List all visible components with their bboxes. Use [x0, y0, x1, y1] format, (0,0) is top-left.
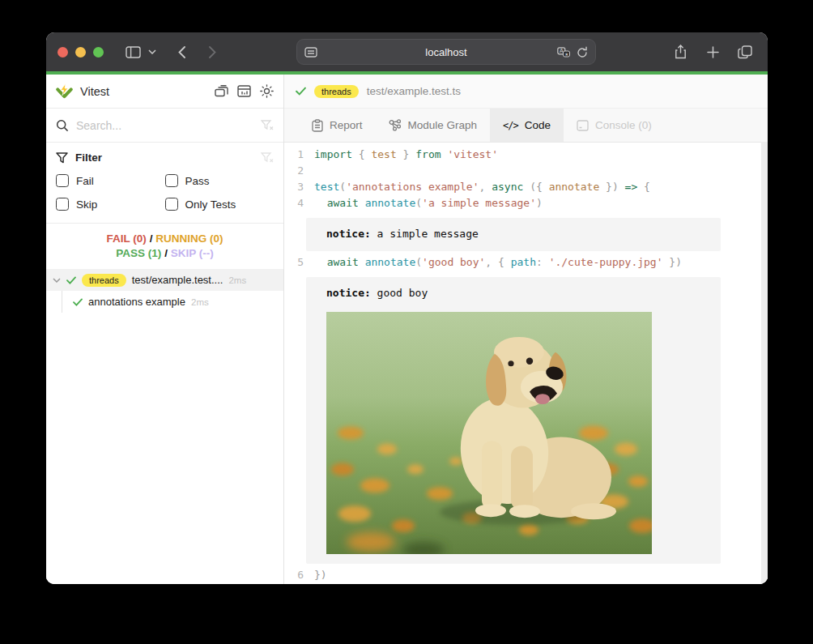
search-bar[interactable]: Search... — [46, 109, 283, 143]
translate-icon[interactable]: A ★ — [557, 47, 570, 58]
skip-count: SKIP (--) — [171, 247, 214, 259]
module-graph-icon — [389, 119, 402, 131]
check-icon — [296, 87, 306, 96]
tab-module-graph[interactable]: Module Graph — [376, 109, 491, 142]
run-status-summary: FAIL (0) / RUNNING (0) PASS (1) / SKIP (… — [46, 224, 283, 267]
pass-count: PASS (1) — [116, 247, 161, 259]
line-number: 4 — [284, 195, 304, 211]
code-line: 7 — [284, 583, 768, 584]
test-file-name: test/example.test.... — [132, 274, 223, 286]
notice-text: a simple message — [371, 228, 479, 240]
sidebar-header: Vitest — [46, 75, 283, 109]
code-line: 3test('annotations example', async ({ an… — [284, 179, 768, 195]
test-file-row[interactable]: threads test/example.test.... 2ms — [46, 269, 283, 291]
tab-overview-icon[interactable] — [734, 41, 756, 63]
collapse-windows-icon[interactable] — [215, 85, 228, 97]
tab-report[interactable]: Report — [299, 109, 376, 142]
test-duration: 2ms — [228, 275, 246, 285]
sidebar-toggle-icon[interactable] — [121, 41, 144, 63]
code-line: 6}) — [284, 567, 768, 583]
notice-label: notice: — [326, 228, 371, 240]
vitest-logo-icon — [56, 83, 73, 100]
checkbox[interactable] — [56, 174, 69, 187]
new-tab-icon[interactable] — [701, 41, 724, 63]
running-count: RUNNING (0) — [155, 232, 223, 245]
search-icon — [56, 119, 69, 132]
code-line: 1import { test } from 'vitest' — [284, 147, 768, 163]
svg-text:★: ★ — [564, 51, 568, 56]
filter-section: Filter Fail Pass Skip Only Tests — [46, 143, 283, 224]
chevron-down-icon[interactable] — [53, 278, 61, 283]
zoom-window-button[interactable] — [93, 47, 104, 58]
code-icon: </> — [503, 120, 518, 131]
tab-code[interactable]: </> Code — [490, 109, 564, 142]
test-duration: 2ms — [191, 297, 209, 307]
filter-checkbox-fail[interactable]: Fail — [56, 174, 165, 187]
file-header: threads test/example.test.ts — [284, 75, 768, 109]
test-case-name: annotations example — [88, 296, 185, 308]
theme-toggle-sun-icon[interactable] — [260, 84, 274, 98]
share-icon[interactable] — [669, 41, 692, 63]
code-view[interactable]: 1import { test } from 'vitest'23test('an… — [284, 143, 768, 584]
tab-console[interactable]: Console (0) — [564, 109, 665, 142]
dashboard-icon[interactable] — [237, 85, 251, 97]
code-line: 2 — [284, 163, 768, 179]
test-case-row[interactable]: annotations example 2ms — [62, 291, 283, 313]
console-icon — [577, 120, 589, 131]
browser-toolbar: localhost A ★ — [46, 32, 768, 71]
app-title: Vitest — [80, 85, 109, 98]
line-number: 3 — [284, 179, 304, 195]
browser-window: localhost A ★ — [46, 32, 768, 584]
check-icon — [66, 276, 76, 284]
page-settings-icon[interactable] — [304, 47, 317, 58]
notice-text: good boy — [371, 287, 428, 299]
pool-badge: threads — [82, 274, 126, 287]
cute-puppy-photo — [326, 312, 652, 554]
filter-label: Filter — [75, 151, 102, 164]
test-tree: threads test/example.test.... 2ms annota… — [46, 269, 283, 313]
checkbox[interactable] — [56, 198, 69, 211]
funnel-icon — [56, 152, 68, 164]
fail-count: FAIL (0) — [107, 232, 147, 245]
checkbox[interactable] — [165, 174, 178, 187]
line-number: 7 — [284, 583, 304, 584]
notice-label: notice: — [326, 287, 371, 299]
url-text: localhost — [297, 46, 595, 58]
filter-checkbox-pass[interactable]: Pass — [165, 174, 275, 187]
forward-icon[interactable] — [201, 41, 223, 63]
file-path: test/example.test.ts — [367, 85, 461, 97]
chevron-down-icon[interactable] — [144, 41, 160, 63]
code-line: 5 await annotate('good boy', { path: './… — [284, 254, 768, 271]
sidebar: Vitest — [46, 75, 284, 584]
back-icon[interactable] — [170, 41, 193, 63]
code-line: 4 await annotate('a simple message') — [284, 195, 768, 211]
check-icon — [73, 298, 83, 306]
annotation-notice: notice: good boy — [306, 277, 721, 564]
line-number: 6 — [284, 567, 304, 583]
checkbox[interactable] — [165, 198, 178, 211]
close-window-button[interactable] — [57, 47, 68, 58]
line-number: 1 — [284, 147, 304, 163]
line-number: 5 — [284, 254, 304, 271]
traffic-lights — [57, 47, 104, 58]
pool-badge: threads — [314, 85, 359, 98]
main-panel: threads test/example.test.ts Report — [284, 75, 768, 584]
minimize-window-button[interactable] — [75, 47, 86, 58]
report-icon — [312, 119, 323, 132]
clear-filter-icon[interactable] — [261, 152, 274, 164]
search-input[interactable]: Search... — [76, 119, 121, 132]
scrollbar[interactable] — [761, 142, 768, 584]
filter-checkbox-only-tests[interactable]: Only Tests — [165, 198, 275, 211]
annotation-notice: notice: a simple message — [306, 218, 721, 251]
address-bar[interactable]: localhost A ★ — [296, 39, 596, 65]
clear-search-filter-icon[interactable] — [261, 120, 274, 131]
line-number: 2 — [284, 163, 304, 179]
reload-icon[interactable] — [577, 46, 588, 58]
tab-bar: Report Module Graph </> Code — [284, 109, 768, 143]
filter-checkbox-skip[interactable]: Skip — [56, 198, 165, 211]
